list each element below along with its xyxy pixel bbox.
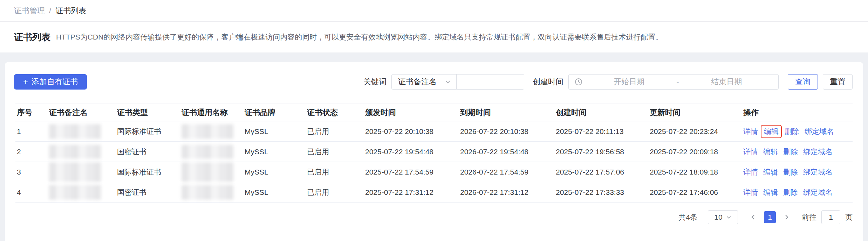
page-number-1[interactable]: 1: [764, 211, 776, 223]
goto-page-input[interactable]: [821, 210, 840, 224]
created-time-range-picker[interactable]: 开始日期 - 结束日期: [568, 74, 779, 90]
cell-brand: MySSL: [243, 182, 306, 203]
toolbar: + 添加自有证书 关键词 证书备注名 创建时间: [5, 62, 863, 90]
reset-button[interactable]: 重置: [823, 74, 853, 90]
breadcrumb-item-cert-list: 证书列表: [55, 6, 86, 16]
edit-link[interactable]: 编辑: [763, 148, 778, 156]
redacted-common-name: [182, 145, 233, 159]
col-header-status: 证书状态: [306, 104, 364, 121]
cell-updated-at: 2025-07-22 20:23:24: [648, 121, 742, 142]
col-header-created: 创建时间: [554, 104, 648, 121]
next-page-button[interactable]: [781, 211, 793, 223]
keyword-type-selected: 证书备注名: [398, 77, 437, 87]
cell-status: 已启用: [306, 182, 364, 203]
col-header-expires: 到期时间: [459, 104, 554, 121]
cell-index: 1: [15, 121, 48, 142]
cell-expires-at: 2026-07-22 17:31:12: [459, 182, 554, 203]
delete-link[interactable]: 删除: [783, 148, 798, 156]
cell-created-at: 2025-07-22 20:11:13: [554, 121, 648, 142]
date-range-separator: -: [675, 77, 680, 86]
detail-link[interactable]: 详情: [743, 188, 758, 196]
page-description: HTTPS为CDN的网络内容传输提供了更好的保障，客户端在极速访问内容的同时，可…: [56, 32, 663, 42]
add-own-cert-button[interactable]: + 添加自有证书: [14, 74, 87, 90]
redacted-cert-remark: [49, 162, 101, 182]
redacted-common-name: [182, 124, 233, 139]
created-time-label: 创建时间: [533, 77, 563, 87]
redacted-cert-remark: [49, 124, 101, 139]
chevron-left-icon: [750, 214, 756, 220]
page-size-select[interactable]: 10: [708, 210, 738, 224]
cell-index: 2: [15, 142, 48, 162]
search-button[interactable]: 查询: [788, 74, 818, 90]
table-row: 2 国密证书 MySSL 已启用 2025-07-22 19:54:48 202…: [15, 142, 853, 162]
delete-link[interactable]: 删除: [783, 188, 798, 196]
col-header-remark: 证书备注名: [48, 104, 116, 121]
redacted-cert-remark: [49, 185, 101, 200]
table-row: 1 国际标准证书 MySSL 已启用 2025-07-22 20:10:38 2…: [15, 121, 853, 142]
detail-link[interactable]: 详情: [743, 127, 758, 135]
cell-cert-type: 国密证书: [116, 142, 180, 162]
edit-link[interactable]: 编辑: [764, 127, 779, 135]
cell-index: 4: [15, 182, 48, 203]
end-date-placeholder[interactable]: 结束日期: [681, 77, 773, 87]
cert-table: 序号 证书备注名 证书类型 证书通用名称 证书品牌 证书状态 颁发时间 到期时间…: [15, 104, 853, 203]
table-row: 3 国际标准证书 MySSL 已启用 2025-07-22 17:54:59 2…: [15, 162, 853, 182]
cell-issued-at: 2025-07-22 19:54:48: [364, 142, 459, 162]
col-header-brand: 证书品牌: [243, 104, 306, 121]
keyword-type-select[interactable]: 证书备注名: [392, 75, 457, 89]
cell-cert-type: 国密证书: [116, 182, 180, 203]
col-header-actions: 操作: [742, 104, 853, 121]
redacted-common-name: [182, 185, 233, 200]
table-header-row: 序号 证书备注名 证书类型 证书通用名称 证书品牌 证书状态 颁发时间 到期时间…: [15, 104, 853, 121]
cell-cert-type: 国际标准证书: [116, 162, 180, 182]
edit-link[interactable]: 编辑: [763, 188, 778, 196]
breadcrumb: 证书管理 / 证书列表: [14, 6, 86, 16]
cell-index: 3: [15, 162, 48, 182]
detail-link[interactable]: 详情: [743, 148, 758, 156]
page-size-value: 10: [714, 213, 722, 221]
delete-link[interactable]: 删除: [785, 127, 799, 135]
breadcrumb-separator: /: [49, 6, 51, 15]
bind-domain-link[interactable]: 绑定域名: [803, 148, 833, 156]
page-title: 证书列表: [14, 31, 50, 43]
cert-list-card: + 添加自有证书 关键词 证书备注名 创建时间: [5, 62, 863, 241]
delete-link[interactable]: 删除: [783, 168, 798, 176]
start-date-placeholder[interactable]: 开始日期: [583, 77, 675, 87]
cell-cert-type: 国际标准证书: [116, 121, 180, 142]
bind-domain-link[interactable]: 绑定域名: [803, 188, 833, 196]
pagination: 共4条 10 1 前往 页: [5, 210, 853, 224]
cell-issued-at: 2025-07-22 17:31:12: [364, 182, 459, 203]
clock-icon: [574, 78, 583, 86]
edit-link[interactable]: 编辑: [763, 168, 778, 176]
cell-expires-at: 2026-07-22 17:54:59: [459, 162, 554, 182]
cell-brand: MySSL: [243, 142, 306, 162]
page-header: 证书列表 HTTPS为CDN的网络内容传输提供了更好的保障，客户端在极速访问内容…: [0, 22, 868, 52]
chevron-right-icon: [784, 214, 790, 220]
breadcrumb-item-cert-management[interactable]: 证书管理: [14, 6, 45, 16]
detail-link[interactable]: 详情: [743, 168, 758, 176]
cell-expires-at: 2026-07-22 20:10:38: [459, 121, 554, 142]
total-count: 共4条: [678, 212, 697, 222]
cell-issued-at: 2025-07-22 17:54:59: [364, 162, 459, 182]
prev-page-button[interactable]: [747, 211, 759, 223]
add-own-cert-label: 添加自有证书: [32, 77, 78, 87]
bind-domain-link[interactable]: 绑定域名: [803, 168, 833, 176]
cell-status: 已启用: [306, 121, 364, 142]
goto-label: 前往: [802, 212, 816, 222]
cell-updated-at: 2025-07-22 20:09:18: [648, 142, 742, 162]
keyword-control: 证书备注名: [391, 74, 524, 90]
cell-updated-at: 2025-07-22 18:09:18: [648, 162, 742, 182]
redacted-cert-remark: [49, 145, 101, 159]
plus-icon: +: [23, 77, 28, 87]
cell-brand: MySSL: [243, 162, 306, 182]
col-header-common-name: 证书通用名称: [180, 104, 243, 121]
chevron-down-icon: [726, 214, 732, 220]
table-row: 4 国密证书 MySSL 已启用 2025-07-22 17:31:12 202…: [15, 182, 853, 203]
cell-brand: MySSL: [243, 121, 306, 142]
col-header-issued: 颁发时间: [364, 104, 459, 121]
cell-created-at: 2025-07-22 17:57:06: [554, 162, 648, 182]
bind-domain-link[interactable]: 绑定域名: [805, 127, 834, 135]
keyword-input[interactable]: [457, 75, 524, 89]
content-area: + 添加自有证书 关键词 证书备注名 创建时间: [0, 52, 868, 241]
cell-status: 已启用: [306, 162, 364, 182]
